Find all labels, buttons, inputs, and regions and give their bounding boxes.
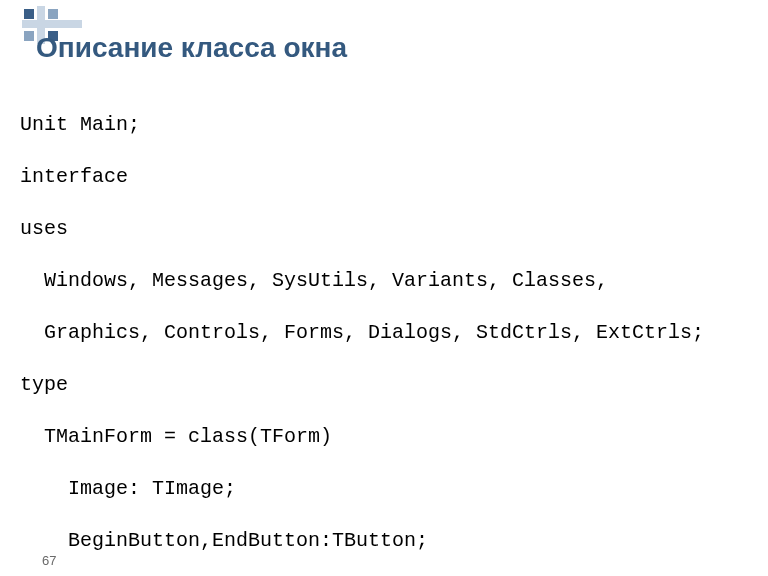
code-line: Image: TImage; [20,476,750,502]
code-line: type [20,372,750,398]
code-line: uses [20,216,750,242]
code-line: interface [20,164,750,190]
page-number: 67 [42,553,56,568]
code-line: Graphics, Controls, Forms, Dialogs, StdC… [20,320,750,346]
code-line: TMainForm = class(TForm) [20,424,750,450]
code-block: Unit Main; interface uses Windows, Messa… [20,86,750,576]
code-line: Unit Main; [20,112,750,138]
slide-title: Описание класса окна [36,32,347,64]
code-line: Windows, Messages, SysUtils, Variants, C… [20,268,750,294]
code-line: BeginButton,EndButton:TButton; [20,528,750,554]
